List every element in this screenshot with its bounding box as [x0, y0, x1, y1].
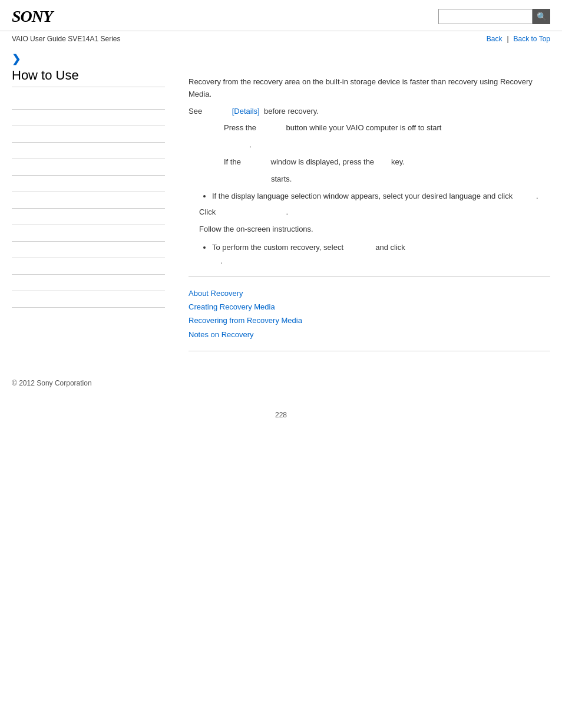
sidebar-item[interactable] [12, 126, 165, 143]
sony-logo: SONY [12, 7, 52, 26]
divider-2 [189, 351, 550, 351]
breadcrumb-arrow: ❯ [12, 53, 21, 65]
search-icon: 🔍 [537, 12, 547, 21]
recovering-from-media-link[interactable]: Recovering from Recovery Media [189, 314, 550, 327]
bullet-list-1: If the display language selection window… [212, 190, 550, 202]
copyright: © 2012 Sony Corporation [12, 379, 92, 387]
bullet-item-2: To perform the custom recovery, select a… [212, 242, 550, 253]
search-button[interactable]: 🔍 [533, 9, 550, 24]
related-links: About Recovery Creating Recovery Media R… [189, 286, 550, 342]
header: SONY 🔍 [0, 0, 562, 31]
sub-header: VAIO User Guide SVE14A1 Series Back | Ba… [0, 31, 562, 47]
sidebar-title: How to Use [12, 68, 165, 87]
content-area: Recovery from the recovery area on the b… [177, 68, 550, 361]
notes-on-recovery-link[interactable]: Notes on Recovery [189, 328, 550, 341]
sidebar-item[interactable] [12, 93, 165, 110]
main-layout: How to Use Recovery from the recovery ar… [0, 68, 562, 361]
details-link[interactable]: [Details] [232, 107, 260, 116]
if-line: If the window is displayed, press the ke… [189, 156, 550, 186]
bullet-item-1: If the display language selection window… [212, 190, 550, 202]
sidebar-item[interactable] [12, 110, 165, 126]
sidebar-item[interactable] [12, 209, 165, 225]
sidebar-item[interactable] [12, 192, 165, 209]
back-link[interactable]: Back [487, 35, 503, 43]
breadcrumb: ❯ [0, 47, 562, 68]
footer: © 2012 Sony Corporation [0, 361, 562, 399]
search-area: 🔍 [438, 9, 550, 24]
bullet-list-2: To perform the custom recovery, select a… [212, 242, 550, 267]
about-recovery-link[interactable]: About Recovery [189, 286, 550, 300]
sidebar: How to Use [12, 68, 177, 361]
sidebar-item[interactable] [12, 291, 165, 308]
press-line: Press the button while your VAIO compute… [189, 122, 550, 151]
recovery-paragraph: Recovery from the recovery area on the b… [189, 76, 550, 101]
click-line: Click . [189, 206, 550, 219]
guide-title: VAIO User Guide SVE14A1 Series [12, 35, 121, 43]
back-to-top-link[interactable]: Back to Top [514, 35, 550, 43]
see-details-line: See [Details] before recovery. [189, 106, 550, 118]
sidebar-item[interactable] [12, 242, 165, 258]
sidebar-item[interactable] [12, 159, 165, 176]
sidebar-item[interactable] [12, 176, 165, 192]
sidebar-item[interactable] [12, 275, 165, 291]
sidebar-item[interactable] [12, 258, 165, 275]
creating-recovery-media-link[interactable]: Creating Recovery Media [189, 300, 550, 314]
nav-links: Back | Back to Top [487, 35, 550, 43]
divider-1 [189, 276, 550, 277]
separator: | [507, 35, 508, 43]
sidebar-item[interactable] [12, 143, 165, 159]
page-number: 228 [0, 399, 562, 431]
search-input[interactable] [438, 9, 533, 24]
sidebar-item[interactable] [12, 225, 165, 242]
follow-line: Follow the on-screen instructions. [189, 223, 550, 236]
